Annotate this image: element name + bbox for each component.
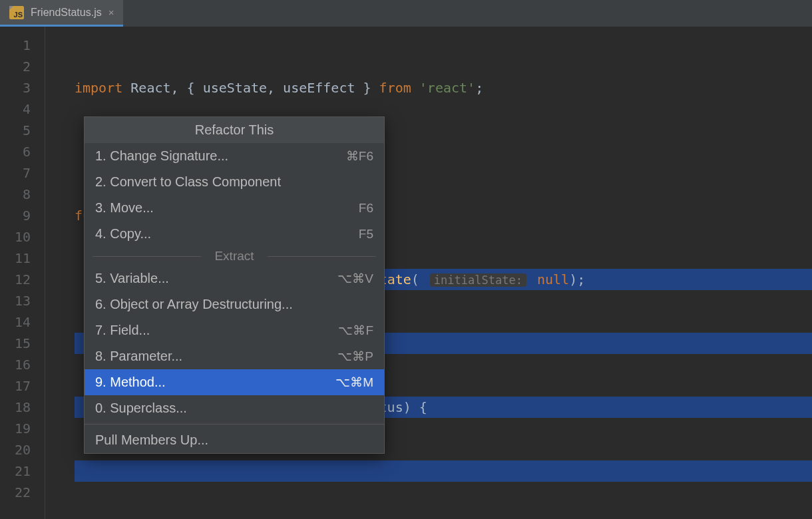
line-number: 22	[0, 482, 31, 503]
code-line: import React, { useState, useEffect } fr…	[75, 77, 756, 98]
menu-item-label: 9. Method...	[95, 375, 166, 390]
tab-filename: FriendStatus.js	[31, 7, 102, 19]
menu-item-extract-parameter[interactable]: 8. Parameter... ⌥⌘P	[85, 343, 384, 369]
menu-item-convert-class[interactable]: 2. Convert to Class Component	[85, 169, 384, 195]
menu-divider	[85, 424, 384, 425]
menu-title: Refactor This	[85, 117, 384, 143]
line-number: 7	[0, 162, 31, 184]
menu-item-extract-variable[interactable]: 5. Variable... ⌥⌘V	[85, 265, 384, 291]
line-number: 11	[0, 248, 31, 269]
menu-item-shortcut: ⌥⌘V	[337, 271, 373, 286]
code-line	[75, 460, 756, 482]
menu-item-extract-destructuring[interactable]: 6. Object or Array Destructuring...	[85, 291, 384, 317]
menu-item-extract-superclass[interactable]: 0. Superclass...	[85, 395, 384, 421]
menu-item-shortcut: ⌘F6	[346, 148, 373, 164]
line-number: 20	[0, 439, 31, 460]
menu-item-move[interactable]: 3. Move... F6	[85, 195, 384, 221]
line-number: 1	[0, 35, 31, 56]
menu-item-label: 0. Superclass...	[95, 401, 187, 416]
line-number: 8	[0, 184, 31, 205]
line-number: 14	[0, 311, 31, 333]
line-number: 15	[0, 333, 31, 354]
menu-item-label: 6. Object or Array Destructuring...	[95, 297, 293, 312]
menu-item-label: 3. Move...	[95, 200, 154, 216]
line-number: 16	[0, 354, 31, 375]
line-number: 4	[0, 98, 31, 120]
line-number: 19	[0, 418, 31, 439]
menu-item-shortcut: ⌥⌘F	[338, 323, 373, 338]
file-tab[interactable]: JS FriendStatus.js ×	[0, 0, 123, 27]
line-number: 9	[0, 205, 31, 226]
line-number: 13	[0, 290, 31, 311]
line-number: 12	[0, 269, 31, 290]
line-number: 3	[0, 77, 31, 98]
line-number: 21	[0, 460, 31, 482]
menu-item-shortcut: F6	[359, 201, 373, 216]
menu-item-change-signature[interactable]: 1. Change Signature... ⌘F6	[85, 143, 384, 169]
menu-item-label: 1. Change Signature...	[95, 148, 228, 164]
line-number: 18	[0, 397, 31, 418]
menu-item-copy[interactable]: 4. Copy... F5	[85, 221, 384, 247]
editor-margin	[45, 27, 75, 519]
menu-item-shortcut: ⌥⌘M	[335, 375, 373, 390]
line-number: 2	[0, 56, 31, 77]
menu-separator-extract: Extract	[85, 247, 384, 265]
menu-item-label: 2. Convert to Class Component	[95, 174, 281, 190]
fold-gutter	[37, 27, 45, 519]
menu-item-label: 7. Field...	[95, 323, 150, 338]
menu-item-extract-method[interactable]: 9. Method... ⌥⌘M	[85, 369, 384, 395]
menu-item-shortcut: F5	[359, 227, 373, 242]
line-number-gutter: 1 2 3 4 5 6 7 8 9 10 11 12 13 14 15 16 1…	[0, 27, 37, 519]
menu-item-label: 5. Variable...	[95, 271, 169, 286]
menu-section-label: Extract	[209, 249, 259, 263]
menu-item-label: Pull Members Up...	[95, 432, 208, 448]
line-number: 5	[0, 120, 31, 141]
menu-item-shortcut: ⌥⌘P	[337, 349, 373, 364]
close-icon[interactable]: ×	[108, 7, 114, 18]
line-number: 6	[0, 141, 31, 162]
line-number: 10	[0, 226, 31, 248]
menu-item-extract-field[interactable]: 7. Field... ⌥⌘F	[85, 317, 384, 343]
menu-item-pull-members-up[interactable]: Pull Members Up...	[85, 427, 384, 453]
js-file-icon: JS	[9, 6, 24, 19]
menu-item-label: 4. Copy...	[95, 226, 151, 242]
menu-item-label: 8. Parameter...	[95, 349, 182, 364]
editor-tabbar: JS FriendStatus.js ×	[0, 0, 812, 27]
line-number: 17	[0, 375, 31, 397]
refactor-this-menu: Refactor This 1. Change Signature... ⌘F6…	[84, 116, 385, 454]
